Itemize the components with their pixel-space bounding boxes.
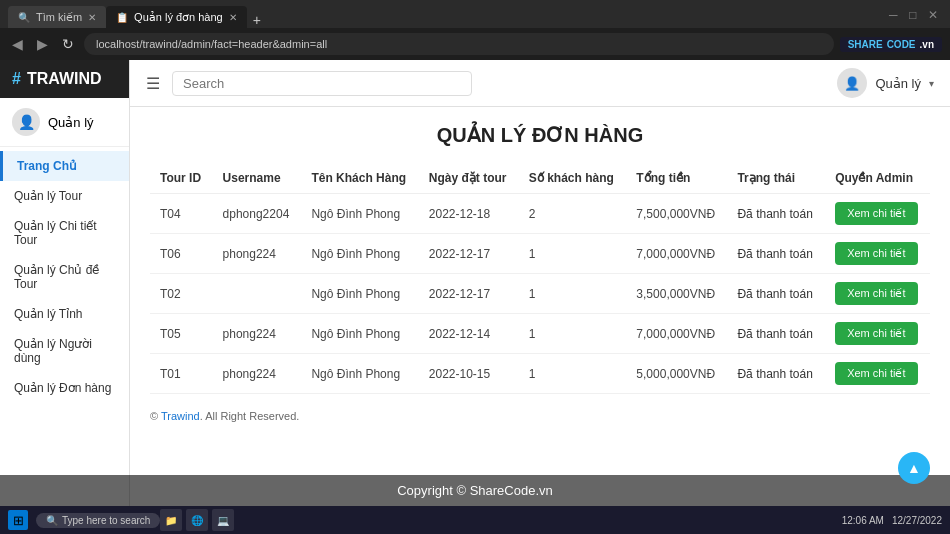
cell-tour-id: T01 <box>150 354 213 394</box>
sidebar: # TRAWIND 👤 Quản lý Trang Chủ Quản lý To… <box>0 60 130 534</box>
taskbar-app-icons: 📁 🌐 💻 <box>160 509 234 531</box>
cell-username: phong224 <box>213 234 302 274</box>
cell-total: 7,500,000VNĐ <box>626 194 727 234</box>
browser-tabs: 🔍 Tìm kiếm ✕ 📋 Quản lý đơn hàng ✕ + <box>8 0 267 28</box>
user-name-label: Quản lý <box>875 76 921 91</box>
cell-action[interactable]: Xem chi tiết <box>825 234 930 274</box>
cell-action[interactable]: Xem chi tiết <box>825 314 930 354</box>
detail-button[interactable]: Xem chi tiết <box>835 322 917 345</box>
detail-button[interactable]: Xem chi tiết <box>835 282 917 305</box>
sidebar-brand: # TRAWIND <box>0 60 129 98</box>
sidebar-item-orders[interactable]: Quản lý Đơn hàng <box>0 373 129 403</box>
detail-button[interactable]: Xem chi tiết <box>835 362 917 385</box>
refresh-button[interactable]: ↻ <box>58 34 78 54</box>
start-button[interactable]: ⊞ <box>8 510 28 530</box>
sidebar-item-province[interactable]: Quản lý Tỉnh <box>0 299 129 329</box>
sidebar-user: 👤 Quản lý <box>0 98 129 147</box>
search-box[interactable] <box>172 71 472 96</box>
table-row: T01 phong224 Ngô Đình Phong 2022-10-15 1… <box>150 354 930 394</box>
col-date: Ngày đặt tour <box>419 163 519 194</box>
scroll-to-top-button[interactable]: ▲ <box>898 452 930 484</box>
taskbar: ⊞ 🔍 Type here to search 📁 🌐 💻 12:06 AM 1… <box>0 506 950 534</box>
table-row: T06 phong224 Ngô Đình Phong 2022-12-17 1… <box>150 234 930 274</box>
app-container: # TRAWIND 👤 Quản lý Trang Chủ Quản lý To… <box>0 60 950 534</box>
menu-toggle-icon[interactable]: ☰ <box>146 74 160 93</box>
cell-action[interactable]: Xem chi tiết <box>825 274 930 314</box>
cell-tour-id: T06 <box>150 234 213 274</box>
cell-date: 2022-10-15 <box>419 354 519 394</box>
orders-table: Tour ID Username Tên Khách Hàng Ngày đặt… <box>150 163 930 394</box>
col-username: Username <box>213 163 302 194</box>
browser-nav-bar: ◀ ▶ ↻ localhost/trawind/admin/fact=heade… <box>0 28 950 60</box>
cell-status: Đã thanh toán <box>727 274 825 314</box>
table-row: T05 phong224 Ngô Đình Phong 2022-12-14 1… <box>150 314 930 354</box>
cell-name: Ngô Đình Phong <box>301 274 418 314</box>
taskbar-clock: 12:06 AM 12/27/2022 <box>842 515 942 526</box>
maximize-button[interactable]: □ <box>909 8 916 22</box>
taskbar-icon-2[interactable]: 🌐 <box>186 509 208 531</box>
close-button[interactable]: ✕ <box>928 8 938 22</box>
avatar: 👤 <box>12 108 40 136</box>
chevron-down-icon: ▾ <box>929 78 934 89</box>
col-name: Tên Khách Hàng <box>301 163 418 194</box>
page-title: QUẢN LÝ ĐƠN HÀNG <box>150 123 930 147</box>
cell-status: Đã thanh toán <box>727 354 825 394</box>
tab-close-search[interactable]: ✕ <box>88 12 96 23</box>
cell-count: 2 <box>519 194 627 234</box>
footer-link[interactable]: Trawind <box>161 410 200 422</box>
table-row: T04 dphong2204 Ngô Đình Phong 2022-12-18… <box>150 194 930 234</box>
detail-button[interactable]: Xem chi tiết <box>835 202 917 225</box>
forward-button[interactable]: ▶ <box>33 34 52 54</box>
cell-name: Ngô Đình Phong <box>301 354 418 394</box>
sharecode-logo: SHARECODE.vn <box>840 37 942 52</box>
sidebar-item-tour-detail[interactable]: Quản lý Chi tiết Tour <box>0 211 129 255</box>
minimize-button[interactable]: ─ <box>889 8 898 22</box>
cell-status: Đã thanh toán <box>727 194 825 234</box>
tab-orders[interactable]: 📋 Quản lý đơn hàng ✕ <box>106 6 247 28</box>
col-count: Số khách hàng <box>519 163 627 194</box>
cell-username: phong224 <box>213 314 302 354</box>
cell-count: 1 <box>519 274 627 314</box>
cell-tour-id: T05 <box>150 314 213 354</box>
cell-date: 2022-12-14 <box>419 314 519 354</box>
col-total: Tổng tiền <box>626 163 727 194</box>
tab-search[interactable]: 🔍 Tìm kiếm ✕ <box>8 6 106 28</box>
cell-date: 2022-12-17 <box>419 234 519 274</box>
cell-status: Đã thanh toán <box>727 234 825 274</box>
sidebar-user-label: Quản lý <box>48 115 94 130</box>
user-avatar-icon: 👤 <box>837 68 867 98</box>
col-admin: Quyền Admin <box>825 163 930 194</box>
cell-count: 1 <box>519 354 627 394</box>
taskbar-icon-3[interactable]: 💻 <box>212 509 234 531</box>
user-menu[interactable]: 👤 Quản lý ▾ <box>837 68 934 98</box>
browser-chrome: 🔍 Tìm kiếm ✕ 📋 Quản lý đơn hàng ✕ + ─ □ … <box>0 0 950 28</box>
sidebar-item-tour[interactable]: Quản lý Tour <box>0 181 129 211</box>
main-content: ☰ 👤 Quản lý ▾ QUẢN LÝ ĐƠN HÀNG Tour ID U… <box>130 60 950 534</box>
cell-total: 7,000,000VNĐ <box>626 234 727 274</box>
cell-name: Ngô Đình Phong <box>301 314 418 354</box>
cell-name: Ngô Đình Phong <box>301 234 418 274</box>
url-bar[interactable]: localhost/trawind/admin/fact=header&admi… <box>84 33 834 55</box>
cell-name: Ngô Đình Phong <box>301 194 418 234</box>
back-button[interactable]: ◀ <box>8 34 27 54</box>
cell-status: Đã thanh toán <box>727 314 825 354</box>
cell-date: 2022-12-17 <box>419 274 519 314</box>
cell-action[interactable]: Xem chi tiết <box>825 354 930 394</box>
sidebar-item-home[interactable]: Trang Chủ <box>0 151 129 181</box>
sidebar-item-users[interactable]: Quản lý Người dùng <box>0 329 129 373</box>
topbar: ☰ 👤 Quản lý ▾ <box>130 60 950 107</box>
tab-close-orders[interactable]: ✕ <box>229 12 237 23</box>
taskbar-icon-1[interactable]: 📁 <box>160 509 182 531</box>
sidebar-item-tour-theme[interactable]: Quản lý Chủ đề Tour <box>0 255 129 299</box>
cell-action[interactable]: Xem chi tiết <box>825 194 930 234</box>
new-tab-button[interactable]: + <box>247 12 267 28</box>
cell-total: 3,500,000VNĐ <box>626 274 727 314</box>
taskbar-search[interactable]: 🔍 Type here to search <box>36 513 160 528</box>
search-input[interactable] <box>183 76 461 91</box>
detail-button[interactable]: Xem chi tiết <box>835 242 917 265</box>
page-body: QUẢN LÝ ĐƠN HÀNG Tour ID Username Tên Kh… <box>130 107 950 534</box>
col-tour-id: Tour ID <box>150 163 213 194</box>
footer-text: © Trawind. All Right Reserved. <box>150 410 930 422</box>
sidebar-nav: Trang Chủ Quản lý Tour Quản lý Chi tiết … <box>0 147 129 403</box>
cell-username: dphong2204 <box>213 194 302 234</box>
